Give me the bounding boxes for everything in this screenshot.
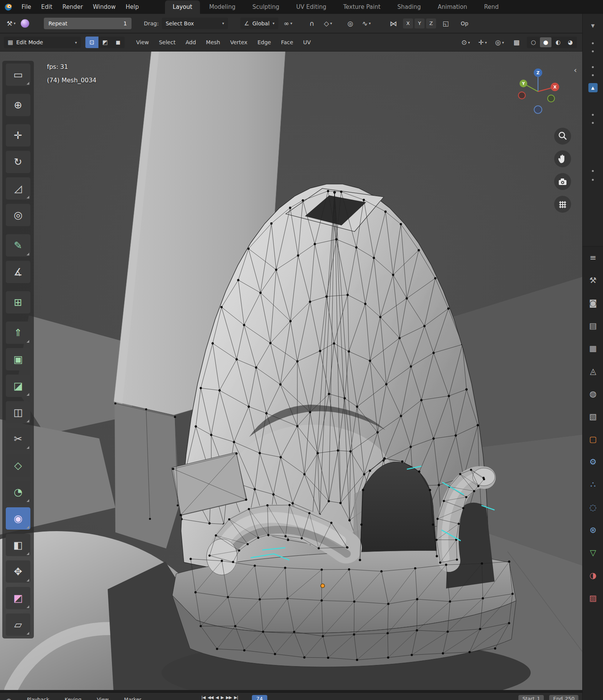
transport-next-keyframe[interactable]: ▶▶ [226,695,232,700]
properties-tab-texture[interactable]: ▨ [583,587,603,609]
outliner-item-dot[interactable] [592,74,594,76]
tool-shear[interactable]: ▱ [6,613,30,636]
drag-tool-dropdown[interactable]: Select Box ▾ [162,18,228,29]
tool-transform[interactable]: ◎ [6,204,30,226]
falloff-dropdown[interactable]: ∿ ▾ [360,18,373,29]
menu-window[interactable]: Window [88,2,120,12]
properties-tab-world[interactable]: ◍ [583,382,603,405]
repeat-field[interactable]: Repeat 1 [44,18,132,29]
viewport-menu-add[interactable]: Add [181,38,200,47]
tool-loop-cut[interactable]: ◫ [6,401,30,423]
3d-viewport[interactable]: fps: 31 (74) Mesh_0034 ▭ ⊕ ✛ ↻ ◿ ◎ ✎ ∡ ⊞ [0,52,582,690]
timeline-menu-keying[interactable]: Keying [60,695,86,700]
viewport-menu-uv[interactable]: UV [298,38,315,47]
properties-tab-editor-type[interactable]: ≡ [583,246,603,269]
tool-measure[interactable]: ∡ [6,261,30,283]
viewport-menu-edge[interactable]: Edge [253,38,275,47]
proportional-editing-toggle[interactable]: ◎ [344,18,357,29]
menu-edit[interactable]: Edit [37,2,57,12]
smooth-tool-icon[interactable] [21,19,29,28]
outliner-item-dot[interactable] [592,50,594,52]
properties-tab-output[interactable]: ▤ [583,314,603,337]
viewport-menu-mesh[interactable]: Mesh [202,38,225,47]
tool-shrink-fatten[interactable]: ✥ [6,560,30,583]
transport-play-reverse[interactable]: ◀ [216,695,218,700]
axis-minus-x-ball[interactable] [518,92,525,99]
tool-extrude-region[interactable]: ⇑ [6,322,30,344]
workspace-tab-animation[interactable]: Animation [430,0,475,14]
current-frame-field[interactable]: 74 [252,695,268,700]
region-expand-icon[interactable]: ◱ [439,18,452,29]
workspace-tab-shading[interactable]: Shading [390,0,428,14]
shading-wireframe-button[interactable]: ○ [528,37,539,47]
properties-tab-physics[interactable]: ◌ [583,496,603,518]
properties-tab-modifiers[interactable]: ⚙ [583,450,603,473]
properties-tab-view-layer[interactable]: ▦ [583,337,603,360]
orientation-dropdown[interactable]: ∠ Global ▾ [240,18,278,29]
transport-jump-start[interactable]: |◀ [201,695,205,700]
menu-file[interactable]: File [17,2,36,12]
tool-edge-slide[interactable]: ◧ [6,534,30,556]
properties-tab-particles[interactable]: ∴ [583,473,603,496]
properties-tab-tool[interactable]: ⚒ [583,269,603,292]
timeline-menu-marker[interactable]: Marker [120,695,146,700]
viewport-menu-vertex[interactable]: Vertex [225,38,252,47]
tool-bevel[interactable]: ◪ [6,375,30,397]
tool-add-cube[interactable]: ⊞ [6,291,30,313]
properties-tab-render[interactable]: ◙ [583,292,603,314]
properties-tab-scene[interactable]: ◬ [583,360,603,382]
blender-logo-icon[interactable] [4,2,13,12]
edge-select-mode-button[interactable]: ◩ [98,37,112,48]
shading-rendered-button[interactable]: ◕ [565,37,576,47]
tool-move[interactable]: ✛ [6,124,30,147]
timeline-menu-playback[interactable]: Playback [22,695,54,700]
frame-start-field[interactable]: Start 1 [518,695,544,700]
transport-jump-end[interactable]: ▶| [234,695,238,700]
symmetry-toggle-z[interactable]: Z [426,18,436,28]
outliner-item-dot[interactable] [592,114,594,116]
axis-minus-y-ball[interactable] [548,95,555,102]
active-tool-dropdown[interactable]: ⚒ ▾ [5,18,18,29]
gizmos-dropdown[interactable]: ✛ ▾ [476,37,489,48]
workspace-tab-rendering[interactable]: Rend [476,0,506,14]
workspace-tab-uv-editing[interactable]: UV Editing [288,0,334,14]
outliner-selected-item[interactable]: ▲ [588,83,598,92]
visibility-dropdown[interactable]: ⊙ ▾ [459,37,472,48]
menu-render[interactable]: Render [58,2,87,12]
zoom-button[interactable] [554,128,571,145]
tool-select-box[interactable]: ▭ [6,63,30,86]
tool-rotate[interactable]: ↻ [6,151,30,173]
properties-tab-collection[interactable]: ▧ [583,405,603,428]
mode-dropdown[interactable]: ▦ Edit Mode ▾ [4,37,81,48]
properties-tab-constraints[interactable]: ⊛ [583,518,603,541]
tool-spin[interactable]: ◔ [6,481,30,503]
viewport-menu-face[interactable]: Face [277,38,298,47]
workspace-tab-modeling[interactable]: Modeling [202,0,243,14]
viewport-menu-select[interactable]: Select [154,38,180,47]
face-select-mode-button[interactable]: ◼ [112,37,125,48]
properties-tab-material[interactable]: ◑ [583,564,603,587]
outliner-item-dot[interactable] [592,179,594,181]
xray-toggle-button[interactable]: ▩ [510,37,523,48]
symmetry-toggle-x[interactable]: X [403,18,413,28]
tool-scale[interactable]: ◿ [6,177,30,200]
transport-prev-keyframe[interactable]: ◀◀ [208,695,213,700]
outliner-item-dot[interactable] [592,66,594,68]
workspace-tab-texture-paint[interactable]: Texture Paint [335,0,388,14]
snap-target-dropdown[interactable]: ◇ ▾ [321,18,335,29]
pivot-point-dropdown[interactable]: ∞ ▾ [282,18,295,29]
timeline-editor-type-button[interactable]: ◷ ▾ [4,695,17,700]
axis-minus-z-ball[interactable] [534,106,542,113]
overlays-dropdown[interactable]: ◎ ▾ [493,37,506,48]
tool-knife[interactable]: ✂ [6,428,30,450]
shading-solid-button[interactable]: ● [540,37,551,47]
workspace-tab-layout[interactable]: Layout [165,0,200,14]
properties-tab-data[interactable]: ▽ [583,541,603,564]
frame-end-field[interactable]: End 250 [549,695,578,700]
grid-toggle-button[interactable] [554,196,571,213]
vertex-select-mode-button[interactable]: ⊡ [85,37,98,48]
viewport-3d-scene[interactable] [0,52,582,690]
tool-poly-build[interactable]: ◇ [6,454,30,477]
properties-tab-object[interactable]: ▢ [583,428,603,450]
navigation-gizmo[interactable]: Z Y X [514,67,564,117]
